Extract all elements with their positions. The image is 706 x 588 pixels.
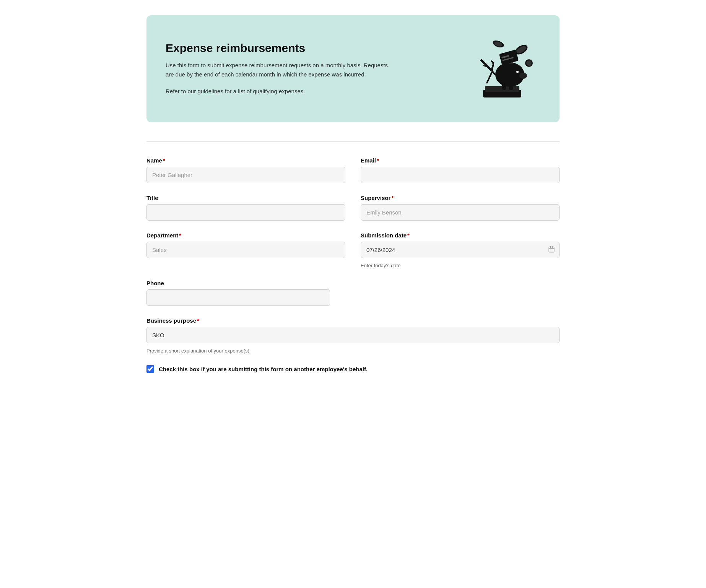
date-required: * [407, 232, 410, 239]
department-label: Department* [146, 232, 345, 239]
phone-input[interactable] [146, 289, 330, 306]
expense-illustration [464, 31, 540, 107]
header-banner: Expense reimbursements Use this form to … [146, 15, 560, 122]
title-supervisor-row: Title Supervisor* [146, 195, 560, 221]
dept-required: * [179, 232, 181, 239]
submission-date-group: Submission date* Enter today's date [361, 232, 560, 268]
submission-date-input[interactable] [361, 242, 560, 258]
guidelines-link[interactable]: guidelines [197, 88, 223, 94]
svg-point-3 [519, 73, 527, 79]
header-refer: Refer to our guidelines for a list of qu… [166, 87, 395, 96]
business-purpose-hint: Provide a short explanation of your expe… [146, 348, 560, 354]
email-required: * [377, 157, 379, 164]
behalf-checkbox[interactable] [146, 365, 154, 373]
department-input[interactable] [146, 242, 345, 258]
supervisor-required: * [391, 195, 394, 201]
svg-point-19 [526, 60, 532, 66]
svg-rect-16 [480, 59, 493, 71]
department-group: Department* [146, 232, 345, 268]
phone-label: Phone [146, 280, 560, 286]
purpose-required: * [197, 317, 199, 324]
name-required: * [163, 157, 165, 164]
date-wrapper [361, 242, 560, 258]
email-group: Email* [361, 157, 560, 183]
refer-prefix: Refer to our [166, 88, 197, 94]
svg-rect-20 [486, 71, 493, 84]
phone-row: Phone [146, 280, 560, 306]
name-label: Name* [146, 157, 345, 164]
dept-date-row: Department* Submission date* Ente [146, 232, 560, 268]
supervisor-label: Supervisor* [361, 195, 560, 201]
title-group: Title [146, 195, 345, 221]
behalf-checkbox-label[interactable]: Check this box if you are submitting thi… [159, 366, 368, 372]
phone-group: Phone [146, 280, 560, 306]
email-input[interactable] [361, 167, 560, 183]
supervisor-input[interactable] [361, 204, 560, 221]
name-email-row: Name* Email* [146, 157, 560, 183]
section-divider [146, 141, 560, 142]
title-input[interactable] [146, 204, 345, 221]
title-label: Title [146, 195, 345, 201]
expense-form: Name* Email* Title Supervisor* [146, 157, 560, 373]
svg-point-6 [516, 71, 519, 73]
business-purpose-row: Business purpose* Provide a short explan… [146, 317, 560, 354]
name-input[interactable] [146, 167, 345, 183]
behalf-checkbox-row: Check this box if you are submitting thi… [146, 365, 560, 373]
submission-date-label: Submission date* [361, 232, 560, 239]
business-purpose-label: Business purpose* [146, 317, 560, 324]
business-purpose-input[interactable] [146, 327, 560, 343]
email-label: Email* [361, 157, 560, 164]
business-purpose-group: Business purpose* Provide a short explan… [146, 317, 560, 354]
page-title: Expense reimbursements [166, 42, 395, 55]
svg-rect-7 [502, 84, 506, 90]
supervisor-group: Supervisor* [361, 195, 560, 221]
header-description: Use this form to submit expense reimburs… [166, 61, 395, 79]
name-group: Name* [146, 157, 345, 183]
refer-suffix: for a list of qualifying expenses. [223, 88, 305, 94]
header-text: Expense reimbursements Use this form to … [166, 42, 395, 96]
svg-rect-8 [509, 84, 513, 90]
date-hint: Enter today's date [361, 263, 560, 268]
